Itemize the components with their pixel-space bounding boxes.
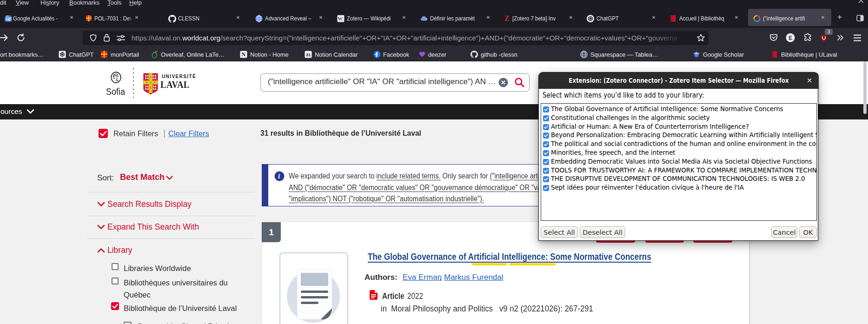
reload-icon[interactable] xyxy=(17,33,25,42)
result-thumbnail[interactable] xyxy=(279,252,348,324)
facet-checkbox-ulaval[interactable] xyxy=(111,302,119,310)
tab-title[interactable]: Zotero — Wikipédi xyxy=(347,15,400,22)
extensions-puzzle-icon[interactable] xyxy=(803,33,812,42)
window-close-icon[interactable] xyxy=(858,0,865,4)
tab-close-icon[interactable]: ✕ xyxy=(568,15,574,20)
item-checkbox[interactable] xyxy=(543,106,549,112)
dialog-item-list[interactable]: The Global Governance of Artificial Inte… xyxy=(541,103,817,221)
bookmark-item[interactable]: Notion Calendar xyxy=(315,51,358,59)
sidebar-section-library[interactable]: Library xyxy=(107,245,133,255)
tab-close-icon[interactable]: ✕ xyxy=(133,15,140,20)
ok-button[interactable]: OK xyxy=(799,226,817,238)
shield-icon[interactable] xyxy=(89,34,97,42)
section-chevron-down-icon[interactable] xyxy=(97,202,105,207)
bookmark-item[interactable]: Overleaf, Online LaTe… xyxy=(161,51,225,59)
facet-checkbox-buq[interactable] xyxy=(112,278,119,284)
tab-close-icon[interactable]: ✕ xyxy=(650,15,657,20)
dialog-item-row[interactable]: Constitutional challenges in the algorit… xyxy=(541,114,817,123)
dialog-item-row[interactable]: Sept idées pour réinventer l'éducation c… xyxy=(541,184,817,192)
item-checkbox[interactable] xyxy=(543,115,549,121)
overflow-chevrons-icon[interactable] xyxy=(836,33,845,42)
section-chevron-up-icon[interactable] xyxy=(97,247,105,253)
page-scrollbar[interactable] xyxy=(863,61,867,114)
retain-filters-checkbox[interactable] xyxy=(99,129,108,138)
bookmark-star-icon[interactable] xyxy=(696,33,705,42)
item-checkbox[interactable] xyxy=(543,176,549,182)
lock-icon[interactable] xyxy=(103,33,110,42)
dialog-titlebar[interactable]: Extension: (Zotero Connector) - Zotero I… xyxy=(539,73,819,89)
search-query-text[interactable]: ("intelligence artificielle" OR "IA" OR … xyxy=(268,77,496,86)
facet-checkbox-partial[interactable] xyxy=(124,322,132,324)
tab-title[interactable]: CLESSN xyxy=(178,15,230,22)
menu-help[interactable]: Help xyxy=(129,0,142,6)
tab-close-icon[interactable]: ✕ xyxy=(235,15,241,20)
site-nav-resources[interactable]: ources xyxy=(0,107,22,116)
dialog-item-row[interactable]: Embedding Democratic Values into Social … xyxy=(541,158,817,166)
item-checkbox[interactable] xyxy=(543,150,549,156)
dialog-item-row[interactable]: Beyond Personalization: Embracing Democr… xyxy=(541,131,817,140)
bookmark-item[interactable]: ChatGPT xyxy=(69,51,93,59)
ublock-icon[interactable] xyxy=(820,34,828,42)
menu-history[interactable]: History xyxy=(40,0,59,6)
dialog-item-row[interactable]: Minorities, free speech, and the interne… xyxy=(541,149,817,158)
bookmark-item[interactable]: Notion - Home xyxy=(250,51,289,59)
dialog-item-row[interactable]: The political and social contradictions … xyxy=(541,140,817,149)
sidebar-section-expand-this-search[interactable]: Expand This Search With xyxy=(107,222,199,232)
tab-close-icon[interactable]: ✕ xyxy=(68,15,75,20)
author-link-eva-erman[interactable]: Eva Erman xyxy=(403,273,442,282)
sort-dropdown[interactable]: Best Match xyxy=(120,172,165,182)
item-checkbox[interactable] xyxy=(543,185,549,191)
author-link-markus-furendal[interactable]: Markus Furendal xyxy=(444,273,504,282)
sidebar-section-search-results-display[interactable]: Search Results Display xyxy=(107,199,192,209)
hamburger-menu-icon[interactable] xyxy=(853,34,861,41)
account-icon[interactable]: E xyxy=(786,33,795,42)
bookmark-item[interactable]: Google Scholar xyxy=(703,51,744,59)
tab-title[interactable]: Définir les paramèt xyxy=(430,15,484,22)
tab-title[interactable]: [Zotero 7 beta] Inv xyxy=(512,15,567,22)
facet-label[interactable]: Libraries Worldwide xyxy=(124,262,245,274)
url-text[interactable]: https://ulaval.on.worldcat.org/search?qu… xyxy=(132,34,692,42)
tab-title[interactable]: POL-7031 : Devis d xyxy=(94,15,133,22)
clear-filters-link[interactable]: Clear Filters xyxy=(168,129,209,139)
new-tab-icon[interactable]: + xyxy=(837,13,842,21)
item-checkbox[interactable] xyxy=(543,132,549,139)
ulaval-crest-logo[interactable] xyxy=(143,73,158,95)
sofia-logo-icon[interactable] xyxy=(111,72,121,84)
item-checkbox[interactable] xyxy=(543,124,549,130)
bookmark-item[interactable]: monPortail xyxy=(111,51,139,59)
menu-bookmarks[interactable]: Bookmarks xyxy=(69,0,99,6)
menu-tools[interactable]: Tools xyxy=(107,0,121,6)
tab-close-icon[interactable]: ✕ xyxy=(318,15,324,20)
item-checkbox[interactable] xyxy=(543,141,549,147)
tab-title[interactable]: ChatGPT xyxy=(596,15,650,22)
facet-label[interactable]: Partnership: Shared Print A xyxy=(138,320,258,324)
sort-chevron-icon[interactable] xyxy=(166,176,173,180)
tab-overview-icon[interactable] xyxy=(856,15,864,21)
bookmark-item[interactable]: Bibliothèque | ULaval xyxy=(781,51,837,59)
dialog-item-row[interactable]: TOOLS FOR TRUSTWORTHY AI: A FRAMEWORK TO… xyxy=(541,166,817,175)
dialog-close-icon[interactable]: ✕ xyxy=(807,73,812,89)
dialog-item-row[interactable]: Artificial or Human: A New Era of Counte… xyxy=(541,123,817,132)
permissions-icon[interactable] xyxy=(116,35,126,41)
bookmark-item[interactable]: Facebook xyxy=(383,51,409,59)
menu-view[interactable]: View xyxy=(16,0,29,6)
facet-label[interactable]: Bibliothèque de l’Université Laval xyxy=(124,302,245,314)
related-terms-link[interactable]: include related terms. xyxy=(377,172,441,180)
tab-close-icon[interactable]: ✕ xyxy=(820,15,826,20)
menu-edit[interactable]: dit xyxy=(0,0,7,6)
tab-close-icon[interactable]: ✕ xyxy=(485,15,491,20)
tab-close-icon[interactable]: ✕ xyxy=(733,15,740,20)
clear-search-icon[interactable] xyxy=(498,78,508,87)
select-all-button[interactable]: Select All xyxy=(541,226,578,238)
facet-label[interactable]: Bibliothèques universitaires duQuébec xyxy=(124,277,245,301)
facet-checkbox-libraries-worldwide[interactable] xyxy=(112,263,119,270)
tab-title[interactable]: Advanced Reveal – xyxy=(265,15,317,22)
tab-title[interactable]: Google Actualités - xyxy=(13,15,66,22)
bookmark-item[interactable]: ort bookmarks… xyxy=(0,51,44,59)
cancel-button[interactable]: Cancel xyxy=(771,226,797,238)
search-submit-icon[interactable] xyxy=(514,77,525,88)
result-title-link[interactable]: The Global Governance of Artificial Inte… xyxy=(368,251,651,262)
item-checkbox[interactable] xyxy=(543,168,549,174)
dialog-item-row[interactable]: The Global Governance of Artificial Inte… xyxy=(541,105,817,114)
section-chevron-down-icon[interactable] xyxy=(97,225,105,230)
